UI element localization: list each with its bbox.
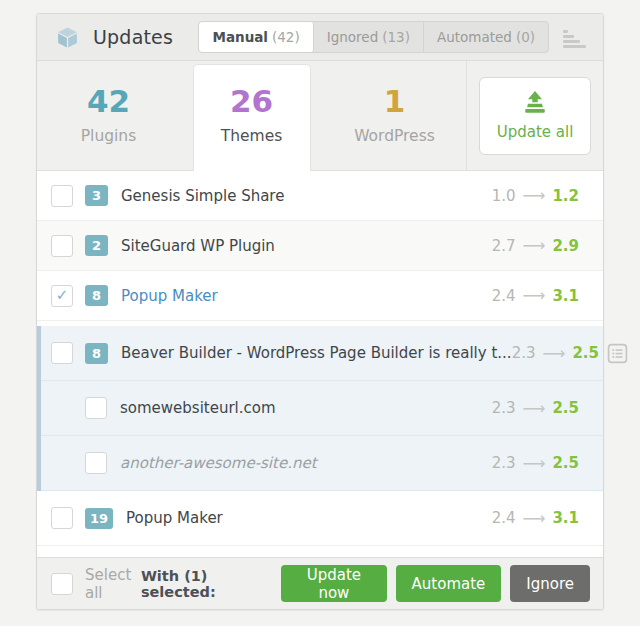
update-all-button[interactable]: Update all	[479, 77, 591, 155]
site-count-badge: 3	[85, 185, 108, 206]
update-title: Popup Maker	[126, 509, 223, 527]
stat-themes[interactable]: 26 Themes	[180, 61, 323, 170]
version-new: 3.1	[552, 509, 579, 527]
version-current: 1.0	[492, 187, 516, 205]
version-current: 2.4	[492, 287, 516, 305]
version-current: 2.3	[492, 454, 516, 472]
update-title: Genesis Simple Share	[121, 187, 284, 205]
cube-icon	[55, 25, 80, 50]
update-all-cell: Update all	[466, 61, 603, 170]
wordpress-count: 1	[384, 86, 406, 117]
themes-label: Themes	[221, 127, 283, 145]
site-count-badge: 19	[85, 508, 113, 529]
update-row-siteguard: 2 SiteGuard WP Plugin 2.7 ⟶ 2.9	[37, 221, 603, 271]
arrow-icon: ⟶	[542, 344, 565, 363]
plugins-count: 42	[87, 86, 130, 117]
version-current: 2.3	[492, 399, 516, 417]
update-all-label: Update all	[497, 123, 574, 141]
tab-ignored[interactable]: Ignored (13)	[314, 22, 424, 52]
row-checkbox[interactable]	[51, 185, 73, 207]
action-bar: Select all With (1) selected: Update now…	[37, 557, 603, 609]
stat-plugins[interactable]: 42 Plugins	[37, 61, 180, 170]
selected-count-label: With (1) selected:	[141, 568, 260, 600]
site-count-badge: 2	[85, 235, 108, 256]
update-title: SiteGuard WP Plugin	[121, 237, 275, 255]
version-new: 3.1	[552, 287, 579, 305]
row-checkbox[interactable]	[51, 507, 73, 529]
update-row-popup-maker-2: 19 Popup Maker 2.4 ⟶ 3.1	[37, 491, 603, 546]
arrow-icon: ⟶	[522, 286, 545, 305]
wordpress-label: WordPress	[354, 127, 435, 145]
tab-automated[interactable]: Automated (0)	[424, 22, 548, 52]
version-new: 2.9	[552, 237, 579, 255]
version-current: 2.4	[492, 509, 516, 527]
ignore-button[interactable]: Ignore	[510, 565, 590, 602]
site-row-somewebsiteurl: somewebsiteurl.com 2.3 ⟶ 2.5	[41, 381, 603, 436]
bar-chart-icon[interactable]	[563, 26, 587, 48]
site-count-badge: 8	[85, 285, 108, 306]
site-row-another-awesome-site: another-awesome-site.net 2.3 ⟶ 2.5	[41, 436, 603, 491]
select-all-checkbox[interactable]	[51, 573, 73, 595]
version-current: 2.3	[512, 344, 536, 362]
arrow-icon: ⟶	[522, 236, 545, 255]
check-icon: ✓	[56, 288, 69, 303]
arrow-icon: ⟶	[522, 454, 545, 473]
themes-count: 26	[230, 86, 273, 117]
select-all-label: Select all	[85, 566, 141, 602]
update-row-popup-maker-selected: ✓ 8 Popup Maker 2.4 ⟶ 3.1	[37, 271, 603, 321]
automate-button[interactable]: Automate	[396, 565, 502, 602]
expanded-update-group: 8 Beaver Builder - WordPress Page Builde…	[37, 326, 603, 491]
site-url: another-awesome-site.net	[120, 454, 317, 472]
update-row-genesis-simple-share: 3 Genesis Simple Share 1.0 ⟶ 1.2	[37, 171, 603, 221]
page-title: Updates	[93, 26, 173, 48]
version-new: 2.5	[552, 454, 579, 472]
header-bar: Updates Manual (42) Ignored (13) Automat…	[37, 14, 603, 61]
row-checkbox[interactable]	[85, 397, 107, 419]
tab-manual[interactable]: Manual (42)	[199, 22, 313, 52]
site-url: somewebsiteurl.com	[120, 399, 276, 417]
row-checkbox[interactable]	[51, 342, 73, 364]
update-title: Beaver Builder - WordPress Page Builder …	[121, 344, 512, 362]
stats-row: 42 Plugins 26 Themes 1 WordPress Update	[37, 61, 603, 171]
updates-panel: Updates Manual (42) Ignored (13) Automat…	[36, 13, 604, 610]
arrow-icon: ⟶	[522, 186, 545, 205]
changelog-list-icon[interactable]	[607, 343, 628, 364]
update-row-beaver-builder: 8 Beaver Builder - WordPress Page Builde…	[41, 326, 603, 381]
row-checkbox[interactable]	[85, 452, 107, 474]
version-new: 2.5	[572, 344, 599, 362]
update-now-button[interactable]: Update now	[281, 565, 386, 602]
site-count-badge: 8	[85, 343, 108, 364]
stat-wordpress[interactable]: 1 WordPress	[323, 61, 466, 170]
updates-list: 3 Genesis Simple Share 1.0 ⟶ 1.2 2 SiteG…	[37, 171, 603, 546]
version-new: 2.5	[552, 399, 579, 417]
version-current: 2.7	[492, 237, 516, 255]
update-title-link[interactable]: Popup Maker	[121, 287, 218, 305]
row-checkbox[interactable]	[51, 235, 73, 257]
arrow-icon: ⟶	[522, 399, 545, 418]
arrow-icon: ⟶	[522, 509, 545, 528]
row-checkbox-checked[interactable]: ✓	[51, 285, 73, 307]
upload-icon	[522, 90, 548, 116]
filter-tabs: Manual (42) Ignored (13) Automated (0)	[198, 21, 549, 53]
version-new: 1.2	[552, 187, 579, 205]
plugins-label: Plugins	[81, 127, 137, 145]
